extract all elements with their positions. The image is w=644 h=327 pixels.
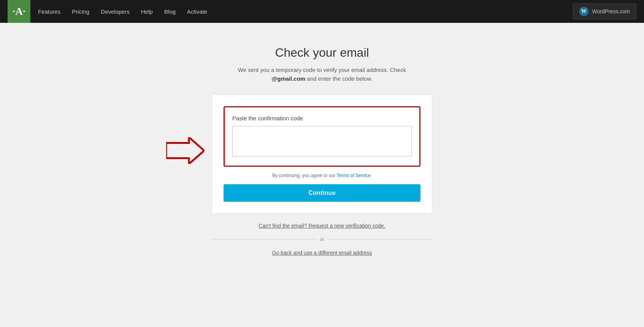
verification-card: Paste the confirmation code By continuin… [212,94,432,214]
divider-left [212,239,315,239]
nav-help[interactable]: Help [141,8,153,15]
wordpress-label: WordPress.com [592,8,630,14]
logo[interactable]: ·A· [8,0,30,23]
back-link[interactable]: Go back and use a different email addres… [272,250,372,256]
navbar: ·A· Features Pricing Developers Help Blo… [0,0,644,23]
wordpress-icon: W [579,7,588,16]
nav-developers[interactable]: Developers [101,8,130,15]
continue-button[interactable]: Continue [224,184,420,202]
confirmation-code-input[interactable] [232,126,412,156]
subtitle-email: @gmail.com [272,75,306,82]
terms-of-service-link[interactable]: Terms of Service [336,173,370,178]
subtitle-part1: We sent you a temporary code to verify y… [238,67,406,73]
resend-link[interactable]: Can't find the email? Request a new veri… [259,223,385,229]
highlight-box: Paste the confirmation code [224,106,420,167]
wordpress-button[interactable]: W WordPress.com [573,3,636,19]
nav-activate[interactable]: Activate [187,8,207,15]
svg-marker-0 [166,137,204,164]
nav-links: Features Pricing Developers Help Blog Ac… [38,8,573,15]
nav-blog[interactable]: Blog [164,8,176,15]
divider-right [329,239,432,239]
logo-text: ·A· [13,5,25,18]
page-title: Check your email [275,46,369,60]
page-subtitle: We sent you a temporary code to verify y… [238,66,406,83]
confirm-label: Paste the confirmation code [232,115,412,121]
divider-or: or [320,236,324,242]
divider-row: or [212,236,432,242]
arrow-container [166,137,204,165]
nav-pricing[interactable]: Pricing [72,8,89,15]
main-content: Check your email We sent you a temporary… [0,23,644,286]
subtitle-part2: and enter the code below. [307,75,373,82]
red-arrow-icon [166,137,204,164]
terms-text: By continuing, you agree to our Terms of… [224,173,420,178]
nav-features[interactable]: Features [38,8,60,15]
